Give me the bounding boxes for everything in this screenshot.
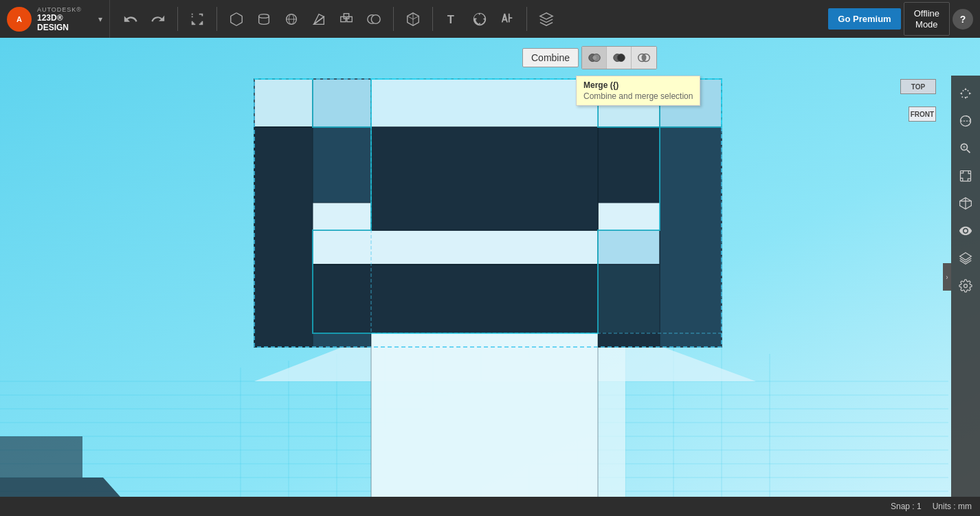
- sidebar-collapse-arrow[interactable]: ›: [943, 263, 951, 291]
- toolbar-main-tools: T: [110, 7, 828, 32]
- svg-marker-53: [371, 127, 598, 230]
- offline-mode-label: OfflineMode: [914, 8, 939, 30]
- svg-point-64: [617, 54, 625, 62]
- settings-button[interactable]: [954, 274, 977, 298]
- orbit-button[interactable]: [954, 109, 977, 133]
- logo-text: AUTODESK® 123D® DESIGN: [37, 6, 96, 32]
- svg-marker-37: [254, 79, 313, 127]
- right-panel: [951, 76, 980, 516]
- help-button[interactable]: ?: [953, 9, 973, 30]
- svg-point-10: [371, 14, 380, 23]
- snap-tool-button[interactable]: [467, 7, 492, 32]
- svg-rect-6: [341, 16, 346, 21]
- fit-button[interactable]: [954, 164, 977, 188]
- redo-button[interactable]: [146, 7, 170, 32]
- svg-marker-48: [598, 265, 660, 333]
- svg-rect-8: [344, 13, 348, 18]
- wedge-tool-button[interactable]: [307, 7, 331, 32]
- svg-marker-54: [371, 333, 598, 516]
- view-button[interactable]: [954, 219, 977, 243]
- 3d-scene: [0, 38, 980, 516]
- divider-5: [526, 7, 527, 31]
- cylinder-tool-button[interactable]: [252, 7, 276, 32]
- svg-point-73: [964, 284, 968, 288]
- svg-marker-52: [371, 79, 598, 127]
- transform-button[interactable]: [185, 7, 210, 32]
- view-cube-top[interactable]: TOP: [900, 79, 936, 94]
- group-tool-button[interactable]: [334, 7, 359, 32]
- merge-button[interactable]: [582, 47, 607, 69]
- svg-rect-7: [347, 16, 352, 21]
- autodesk-logo-icon: A: [7, 7, 32, 32]
- divider-1: [177, 7, 178, 31]
- svg-rect-68: [961, 171, 971, 181]
- divider-3: [393, 7, 394, 31]
- zoom-button[interactable]: [954, 137, 977, 160]
- company-name: AUTODESK®: [37, 6, 96, 13]
- combine-toolbar: Combine: [522, 46, 657, 69]
- right-buttons: Go Premium OfflineMode ?: [828, 2, 973, 36]
- divider-2: [216, 7, 217, 31]
- divider-4: [432, 7, 433, 31]
- main-toolbar: A AUTODESK® 123D® DESIGN ▾: [0, 0, 980, 38]
- tooltip-title: Merge ({): [583, 80, 693, 90]
- sphere-tool-button[interactable]: [279, 7, 304, 32]
- svg-marker-49: [313, 203, 371, 230]
- svg-marker-58: [0, 436, 82, 478]
- snap-status: Snap : 1: [891, 502, 922, 511]
- layers-button[interactable]: [534, 7, 559, 32]
- logo-area: A AUTODESK® 123D® DESIGN ▾: [0, 0, 110, 38]
- layers-panel-button[interactable]: [954, 247, 977, 270]
- go-premium-button[interactable]: Go Premium: [828, 8, 900, 30]
- undo-button[interactable]: [118, 7, 143, 32]
- perspective-button[interactable]: [954, 192, 977, 215]
- offline-mode-button[interactable]: OfflineMode: [904, 2, 950, 36]
- pan-button[interactable]: [954, 82, 977, 105]
- status-bar: Snap : 1 Units : mm: [0, 497, 980, 516]
- 3d-viewport[interactable]: Combine: [0, 38, 980, 516]
- svg-marker-5: [314, 14, 324, 24]
- svg-marker-39: [313, 79, 371, 127]
- svg-marker-72: [960, 253, 972, 260]
- svg-marker-50: [598, 203, 660, 230]
- subtract-tool-button[interactable]: [361, 7, 386, 32]
- units-status: Units : mm: [933, 502, 972, 511]
- box-tool-button[interactable]: [224, 7, 249, 32]
- product-name: 123D® DESIGN: [37, 13, 96, 32]
- combine-label: Combine: [522, 48, 579, 67]
- view-cube-front[interactable]: FRONT: [909, 106, 936, 122]
- svg-text:T: T: [447, 13, 454, 25]
- svg-marker-38: [254, 127, 313, 347]
- measure-tool-button[interactable]: [495, 7, 520, 32]
- merge-tooltip: Merge ({) Combine and merge selection: [576, 76, 700, 106]
- tooltip-description: Combine and merge selection: [583, 91, 693, 101]
- combine-buttons: [581, 46, 657, 69]
- svg-marker-46: [313, 265, 598, 333]
- cube-view-button[interactable]: [401, 7, 425, 32]
- intersect-button[interactable]: [632, 47, 656, 69]
- svg-marker-45: [313, 230, 598, 265]
- svg-marker-44: [660, 127, 722, 347]
- svg-marker-47: [598, 230, 660, 265]
- svg-point-0: [259, 14, 269, 18]
- logo-dropdown-icon[interactable]: ▾: [98, 14, 102, 24]
- view-cube: TOP FRONT: [891, 79, 946, 134]
- text-tool-button[interactable]: T: [440, 7, 465, 32]
- subtract-button[interactable]: [607, 47, 632, 69]
- svg-point-62: [592, 56, 597, 60]
